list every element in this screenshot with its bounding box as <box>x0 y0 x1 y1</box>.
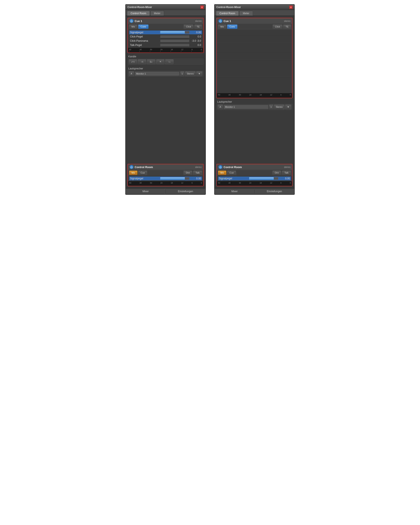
tick-5 <box>171 51 171 52</box>
left-tab-meter[interactable]: Meter <box>150 11 164 16</box>
left-cr-signalpegel-bar <box>160 177 185 180</box>
right-cr-cue-button[interactable]: Cue <box>227 171 236 175</box>
right-cr-header-left: ⏻ Control Room <box>218 165 242 169</box>
right-lautsprecher-row: A Monitor 1 1 Stereo ▼ <box>216 104 293 110</box>
right-bottom-einstellungen[interactable]: Einstellungen <box>255 189 294 194</box>
cr-scale-18: 18 <box>171 182 173 184</box>
left-cue-click-button[interactable]: Click <box>184 25 194 29</box>
left-cr-header: ⏻ Control Room stereo <box>128 164 203 170</box>
rcr-scale-40: 40 <box>228 182 231 184</box>
left-ch-btn-5[interactable]: ↑↕ <box>165 59 174 64</box>
left-cr-power-icon[interactable]: ⏻ <box>130 165 133 169</box>
left-channel-buttons: ↙S ↑S S↕ ✕ ↑↕ <box>127 58 204 65</box>
cr-scale-12: 12 <box>181 182 183 184</box>
left-bottom-einstellungen[interactable]: Einstellungen <box>166 189 205 194</box>
left-cr-title: Control Room <box>135 166 153 169</box>
rcr-scale-18: 18 <box>260 182 262 184</box>
left-titlebar: Control-Room-Mixer ✕ <box>126 5 205 10</box>
right-ls-expand-button[interactable]: ▼ <box>285 104 291 109</box>
scale-6: 6 <box>192 48 193 51</box>
right-ls-stereo-button[interactable]: Stereo <box>274 104 285 109</box>
tick-6 <box>181 51 181 52</box>
left-param-clickpanorama-value: -3.0 -3.0 <box>191 39 201 42</box>
cr-scale-40: 40 <box>140 182 142 184</box>
left-cue-mix-button[interactable]: Mix <box>129 25 137 29</box>
left-cr-section: ⏻ Control Room stereo Mix Cue Dim Talk S… <box>127 164 204 186</box>
left-cr-meter-scale: 50 40 30 24 18 12 6 0 <box>128 181 203 186</box>
right-cr-params: Signalpegel 0.00 <box>217 176 292 181</box>
left-cr-cue-button[interactable]: Cue <box>138 171 147 175</box>
r-scale-30: 30 <box>239 94 241 96</box>
left-channels-section: Kanäle ↙S ↑S S↕ ✕ ↑↕ <box>127 55 204 65</box>
left-ls-a-button[interactable]: A <box>129 71 134 76</box>
left-param-talkpegel-label: Talk-Pegel <box>130 44 159 47</box>
left-content: ⏻ Cue 1 stereo Mix Cues Click TE Signalp… <box>126 16 205 188</box>
right-ls-a-button[interactable]: A <box>218 104 223 109</box>
right-cue-stereo: stereo <box>284 20 290 22</box>
left-cue-title: Cue 1 <box>135 19 142 23</box>
left-ch-btn-2[interactable]: ↑S <box>138 59 146 64</box>
right-window-title: Control-Room-Mixer <box>216 6 241 9</box>
left-param-signalpegel-bar <box>160 31 185 34</box>
left-cue-section: ⏻ Cue 1 stereo Mix Cues Click TE Signalp… <box>127 18 204 53</box>
left-cr-header-left: ⏻ Control Room <box>130 165 153 169</box>
scale-18: 18 <box>171 48 173 51</box>
right-bottom-mixer[interactable]: Mixer <box>215 189 255 194</box>
right-cr-section: ⏻ Control Room stereo Mix Cue Dim Talk S… <box>216 164 293 186</box>
left-bottom-mixer[interactable]: Mixer <box>126 189 166 194</box>
right-cue-scale-labels: 50 40 30 24 18 12 6 0 <box>218 94 291 96</box>
r-scale-0: 0 <box>290 94 291 96</box>
left-cr-dim-button[interactable]: Dim <box>184 171 192 175</box>
right-cue-power-icon[interactable]: ⏻ <box>218 19 222 23</box>
right-cr-scale-inner: 50 40 30 24 18 12 6 0 <box>218 182 291 185</box>
left-cr-scale-inner: 50 40 30 24 18 12 6 0 <box>129 182 202 185</box>
left-cr-signalpegel-bar-container <box>160 177 189 180</box>
right-cr-header: ⏻ Control Room stereo <box>217 164 292 170</box>
left-ch-btn-4[interactable]: ✕ <box>156 59 165 64</box>
left-cue-meter-scale: 50 40 30 24 18 12 6 0 <box>128 48 203 53</box>
left-param-signalpegel-label: Signalpegel <box>130 31 159 34</box>
right-tab-controlroom[interactable]: Control Room <box>216 11 239 16</box>
r-scale-18: 18 <box>260 94 262 96</box>
right-cue-cues-button[interactable]: Cues <box>227 25 237 29</box>
left-param-clickpanorama-label: Click-Panorama <box>130 39 159 42</box>
left-cue-scale-labels: 50 40 30 24 18 12 6 0 <box>129 48 202 51</box>
left-ls-expand-button[interactable]: ▼ <box>196 71 202 76</box>
r-scale-24: 24 <box>249 94 251 96</box>
left-tabs-bar: Control Room Meter <box>126 10 205 16</box>
left-cue-cues-button[interactable]: Cues <box>138 25 148 29</box>
right-cr-power-icon[interactable]: ⏻ <box>218 165 222 169</box>
right-lautsprecher-label: Lautsprecher <box>216 100 293 104</box>
rcr-scale-12: 12 <box>270 182 272 184</box>
left-ls-stereo-button[interactable]: Stereo <box>185 71 196 76</box>
left-ch-btn-3[interactable]: S↕ <box>147 59 155 64</box>
right-tab-meter[interactable]: Meter <box>239 11 253 16</box>
right-cue-title: Cue 1 <box>224 19 231 23</box>
left-ch-btn-1[interactable]: ↙S <box>129 59 137 64</box>
left-cr-talk-button[interactable]: Talk <box>193 171 202 175</box>
right-spacer <box>216 112 293 162</box>
right-close-button[interactable]: ✕ <box>289 6 293 9</box>
scale-12: 12 <box>181 48 183 51</box>
rcr-scale-50: 50 <box>218 182 220 184</box>
right-cue-mix-button[interactable]: Mix <box>218 25 226 29</box>
left-cr-mix-button[interactable]: Mix <box>129 171 137 175</box>
right-cue-meter-scale: 50 40 30 24 18 12 6 0 <box>217 93 292 98</box>
right-cue-te-button[interactable]: TE <box>283 25 291 29</box>
right-cr-dim-button[interactable]: Dim <box>272 171 281 175</box>
left-cue-power-icon[interactable]: ⏻ <box>130 19 133 23</box>
left-cue-te-button[interactable]: TE <box>194 25 202 29</box>
right-cue-empty-area <box>217 30 292 93</box>
right-cue-click-button[interactable]: Click <box>273 25 282 29</box>
left-cr-signalpegel-label: Signalpegel <box>130 177 159 180</box>
tick-7 <box>191 51 192 52</box>
left-close-button[interactable]: ✕ <box>200 6 204 9</box>
left-channels-label: Kanäle <box>127 55 204 58</box>
right-cr-mix-button[interactable]: Mix <box>218 171 226 175</box>
right-bottom-bar: Mixer Einstellungen <box>215 188 294 194</box>
left-tab-controlroom[interactable]: Control Room <box>127 11 150 16</box>
left-param-talkpegel-bar-container <box>160 44 189 46</box>
right-cr-talk-button[interactable]: Talk <box>282 171 291 175</box>
left-cue-scale-inner: 50 40 30 24 18 12 6 0 <box>129 48 202 52</box>
left-param-talkpegel: Talk-Pegel 0.0 <box>129 43 202 47</box>
